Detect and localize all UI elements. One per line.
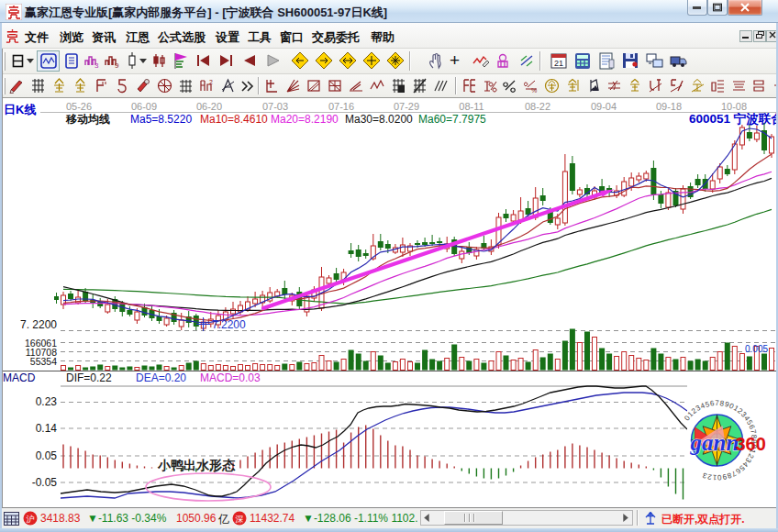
svg-text:DEA=0.20: DEA=0.20 (136, 371, 186, 384)
svg-text:07-03: 07-03 (262, 101, 288, 112)
svg-text:0.14: 0.14 (36, 422, 58, 435)
svg-text:360: 360 (736, 434, 766, 454)
svg-text:7. 2200: 7. 2200 (20, 318, 57, 331)
svg-text:Ma20=8.2190: Ma20=8.2190 (271, 113, 339, 126)
svg-text:2: 2 (209, 79, 213, 85)
svg-text:08-11: 08-11 (459, 101, 483, 112)
svg-text:gann: gann (690, 430, 739, 455)
svg-text:Ma5=8.5220: Ma5=8.5220 (130, 113, 192, 126)
svg-text:沪: 沪 (27, 515, 35, 524)
svg-text:-0.05: -0.05 (32, 476, 58, 489)
svg-text:日K线: 日K线 (4, 103, 36, 116)
svg-text:10-08: 10-08 (721, 101, 747, 112)
svg-text:09-04: 09-04 (591, 101, 617, 112)
svg-text:0.05: 0.05 (36, 449, 58, 462)
svg-text:%: % (531, 87, 537, 94)
svg-text:Ma60=7.7975: Ma60=7.7975 (418, 113, 486, 126)
svg-text:深: 深 (236, 515, 244, 524)
svg-text:7.2200: 7.2200 (212, 318, 246, 331)
svg-text:09-18: 09-18 (656, 101, 682, 112)
svg-text:0.23: 0.23 (36, 395, 58, 408)
svg-text:06-09: 06-09 (131, 101, 157, 112)
svg-text:Ma30=8.0200: Ma30=8.0200 (345, 113, 413, 126)
svg-text:MACD: MACD (3, 371, 36, 384)
svg-text:3: 3 (94, 61, 99, 69)
svg-text:小鸭出水形态: 小鸭出水形态 (157, 458, 236, 472)
svg-text:07-16: 07-16 (328, 101, 354, 112)
svg-text:21: 21 (554, 59, 563, 68)
svg-text:55354: 55354 (30, 356, 57, 367)
svg-text:9: 9 (115, 61, 119, 69)
svg-text:07-29: 07-29 (394, 101, 419, 112)
svg-text:DIF=0.22: DIF=0.22 (66, 371, 112, 384)
svg-text:MACD=0.03: MACD=0.03 (200, 371, 261, 384)
svg-text:08-22: 08-22 (525, 101, 550, 112)
svg-text:05-26: 05-26 (66, 101, 92, 112)
svg-text:移动均线: 移动均线 (65, 113, 110, 126)
svg-text:Ma10=8.4610: Ma10=8.4610 (200, 113, 268, 126)
svg-text:06-20: 06-20 (196, 101, 222, 112)
svg-text:0.005: 0.005 (745, 344, 768, 354)
